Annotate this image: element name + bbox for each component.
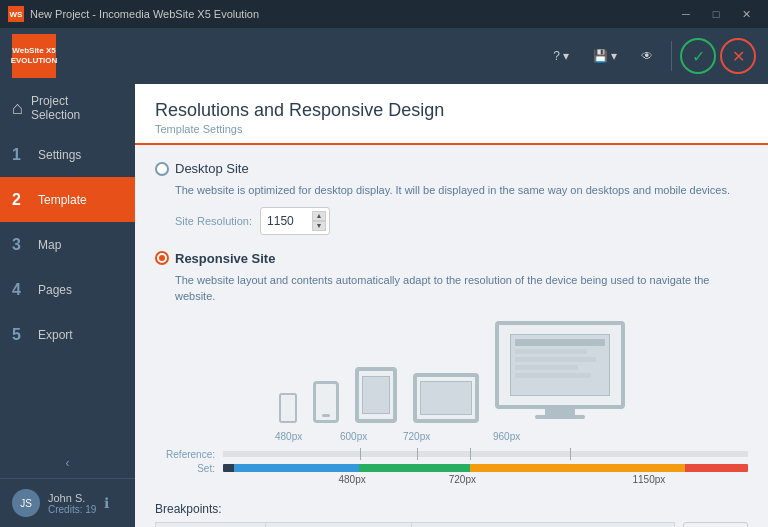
sidebar-home-label: Project Selection — [31, 94, 80, 122]
toolbar-separator — [671, 41, 672, 71]
logo-text: WebSite X5 EVOLUTION — [11, 46, 58, 65]
minimize-button[interactable]: ─ — [672, 4, 700, 24]
tick-600 — [417, 448, 418, 460]
ref-label-600: 600px — [340, 431, 367, 442]
sidebar-item-export[interactable]: 5 Export — [0, 312, 135, 357]
maximize-button[interactable]: □ — [702, 4, 730, 24]
user-name: John S. — [48, 492, 96, 504]
sidebar-item-template[interactable]: 2 Template — [0, 177, 135, 222]
sidebar-user: JS John S. Credits: 19 ℹ — [0, 478, 135, 527]
app-icon: WS — [8, 6, 24, 22]
resolution-row: Site Resolution: ▲ ▼ — [175, 207, 748, 235]
save-button[interactable]: 💾 ▾ — [583, 43, 627, 69]
desktop-desc: The website is optimized for desktop dis… — [175, 182, 748, 199]
desktop-label: Desktop Site — [175, 161, 249, 176]
set-bar-row: Set: 480px 720px 1150px — [155, 463, 748, 474]
sidebar: ⌂ Project Selection 1 Settings 2 Templat… — [0, 84, 135, 527]
ref-label-720: 720px — [403, 431, 430, 442]
set-label: Set: — [155, 463, 215, 474]
resolution-input-wrapper: ▲ ▼ — [260, 207, 330, 235]
device-monitor — [495, 321, 625, 409]
device-phone-small — [279, 393, 297, 423]
responsive-label: Responsive Site — [175, 251, 275, 266]
main-content: Resolutions and Responsive Design Templa… — [135, 84, 768, 527]
content-header: Resolutions and Responsive Design Templa… — [135, 84, 768, 145]
breakpoints-label: Breakpoints: — [155, 502, 748, 516]
resolution-input[interactable] — [267, 214, 312, 228]
set-tick-1150: 1150px — [633, 474, 666, 485]
titlebar-controls: ─ □ ✕ — [672, 4, 760, 24]
tick-960 — [570, 448, 571, 460]
content-body: Desktop Site The website is optimized fo… — [135, 145, 768, 527]
sidebar-item-settings[interactable]: 1 Settings — [0, 132, 135, 177]
help-button[interactable]: ? ▾ — [543, 43, 579, 69]
body-area: ⌂ Project Selection 1 Settings 2 Templat… — [0, 84, 768, 527]
ok-button[interactable]: ✓ — [680, 38, 716, 74]
device-phone — [313, 381, 339, 423]
scale-section: 480px 600px 720px 960px Reference: — [155, 431, 748, 474]
reference-bar — [223, 451, 748, 457]
sidebar-item-map[interactable]: 3 Map — [0, 222, 135, 267]
cancel-button[interactable]: ✕ — [720, 38, 756, 74]
toolbar: WebSite X5 EVOLUTION ? ▾ 💾 ▾ 👁 ✓ ✕ — [0, 28, 768, 84]
desktop-option-section: Desktop Site The website is optimized fo… — [155, 161, 748, 235]
set-tick-480: 480px — [339, 474, 366, 485]
window-title: New Project - Incomedia WebSite X5 Evolu… — [30, 8, 672, 20]
avatar: JS — [12, 489, 40, 517]
responsive-desc: The website layout and contents automati… — [175, 272, 748, 305]
info-icon[interactable]: ℹ — [104, 495, 109, 511]
reference-bar-row: Reference: — [155, 449, 748, 460]
breakpoints-table: Breakpoint Display Interval 1150px — [155, 522, 675, 528]
sidebar-item-home[interactable]: ⌂ Project Selection — [0, 84, 135, 132]
preview-button[interactable]: 👁 — [631, 43, 663, 69]
logo-area: WebSite X5 EVOLUTION — [12, 34, 56, 78]
user-credits: Credits: 19 — [48, 504, 96, 515]
home-icon: ⌂ — [12, 98, 23, 119]
reference-labels: 480px 600px 720px 960px — [155, 431, 748, 447]
close-window-button[interactable]: ✕ — [732, 4, 760, 24]
sidebar-item-pages[interactable]: 4 Pages — [0, 267, 135, 312]
ref-label-480: 480px — [275, 431, 302, 442]
ref-label-960: 960px — [493, 431, 520, 442]
responsive-radio-label[interactable]: Responsive Site — [155, 251, 748, 266]
spinner-down[interactable]: ▼ — [312, 221, 326, 231]
logo-box: WebSite X5 EVOLUTION — [12, 34, 56, 78]
titlebar: WS New Project - Incomedia WebSite X5 Ev… — [0, 0, 768, 28]
page-title: Resolutions and Responsive Design — [155, 100, 748, 121]
desktop-radio[interactable] — [155, 162, 169, 176]
spinner-up[interactable]: ▲ — [312, 211, 326, 221]
set-bar: 480px 720px 1150px — [223, 464, 748, 472]
device-icons-row — [155, 313, 748, 427]
set-tick-720: 720px — [449, 474, 476, 485]
device-tablet-portrait — [355, 367, 397, 423]
reference-label: Reference: — [155, 449, 215, 460]
breakpoints-section: Breakpoints: Breakpoint Display Interval — [155, 502, 748, 528]
tick-720 — [470, 448, 471, 460]
responsive-radio[interactable] — [155, 251, 169, 265]
app-window: WebSite X5 EVOLUTION ? ▾ 💾 ▾ 👁 ✓ ✕ — [0, 28, 768, 527]
content-subtitle: Template Settings — [155, 123, 748, 135]
resolution-spinner: ▲ ▼ — [312, 211, 326, 231]
edit-button[interactable]: Edit... — [683, 522, 748, 528]
bp-col-interval: Interval — [411, 522, 675, 527]
desktop-radio-label[interactable]: Desktop Site — [155, 161, 748, 176]
resolution-label: Site Resolution: — [175, 215, 252, 227]
device-tablet-landscape — [413, 373, 479, 423]
responsive-option-section: Responsive Site The website layout and c… — [155, 251, 748, 528]
bp-col-display: Display — [265, 522, 411, 527]
bp-wrapper: Breakpoint Display Interval 1150px — [155, 522, 748, 528]
bp-table-wrap: Breakpoint Display Interval 1150px — [155, 522, 675, 528]
user-info: John S. Credits: 19 — [48, 492, 96, 515]
tick-480 — [360, 448, 361, 460]
set-bar-gradient — [223, 464, 748, 472]
toolbar-actions: ? ▾ 💾 ▾ 👁 ✓ ✕ — [543, 38, 756, 74]
bp-col-breakpoint: Breakpoint — [156, 522, 266, 527]
sidebar-collapse-button[interactable]: ‹ — [0, 448, 135, 478]
